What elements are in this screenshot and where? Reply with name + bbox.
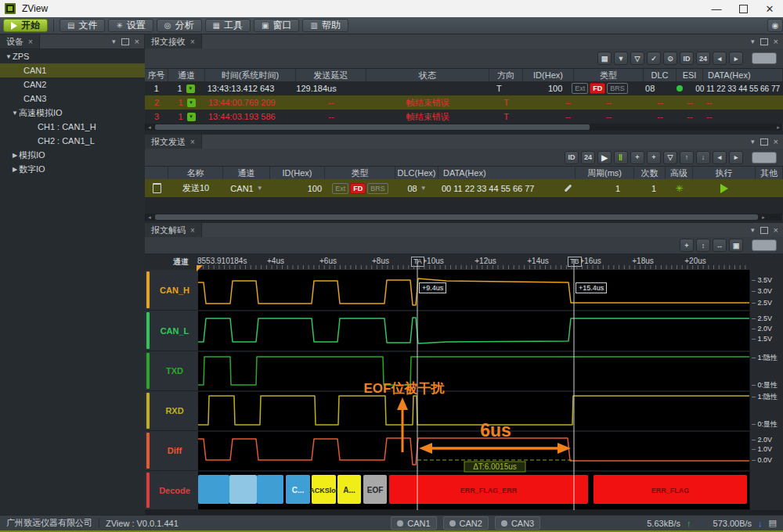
tree-item-zps[interactable]: ▼ZPS [0,49,145,63]
timestamp-icon[interactable]: 24 [696,52,710,65]
panel-float-icon[interactable] [760,38,768,45]
analysis-button[interactable]: ◎分析 [157,19,202,32]
tree-item-can2[interactable]: CAN2 [0,77,145,92]
channel-label-decode[interactable]: Decode [145,471,198,510]
wrench-icon[interactable] [565,185,572,192]
tab-decode[interactable]: 报文解码× [145,223,202,237]
col-status[interactable]: 状态 [366,69,489,81]
pane-right-icon[interactable]: ▸ [729,151,743,164]
panel-menu-icon[interactable]: ▾ [112,38,116,45]
window-button[interactable]: ▣窗口 [254,19,299,32]
panel-close-icon[interactable]: × [774,37,778,46]
export-icon[interactable]: ▣ [729,239,743,252]
can1-status-button[interactable]: CAN1 [391,516,436,530]
id-format-icon[interactable]: ID [680,52,694,65]
tab-send[interactable]: 报文发送× [145,135,202,149]
col-type[interactable]: 类型 [325,167,395,179]
tree-item-digital-io[interactable]: ▶数字IO [0,162,145,176]
add-cursor-icon[interactable]: + [680,239,694,252]
can2-status-button[interactable]: CAN2 [443,516,489,530]
brs-badge[interactable]: BRS [367,183,388,194]
scroll-left-icon[interactable]: ◂ [146,124,153,131]
scroll-right-icon[interactable]: ▸ [774,124,782,131]
tools-button[interactable]: ▦工具 [205,19,251,32]
screenshot-button[interactable]: ◉ [767,19,783,32]
col-name[interactable]: 名称 [168,167,223,179]
help-button[interactable]: ▥帮助 [302,19,348,32]
panel-float-icon[interactable] [121,38,129,45]
tab-close-icon[interactable]: × [28,38,33,46]
timestamp-icon[interactable]: 24 [581,151,595,164]
maximize-button[interactable] [730,0,756,17]
col-data[interactable]: DATA(Hex) [438,167,576,179]
scroll-thumb[interactable] [155,214,758,220]
tab-close-icon[interactable]: × [190,226,195,235]
table-row[interactable]: 1 1 ▾ 13:43:13.412 643 129.184us T 100 E… [145,81,783,95]
col-count[interactable]: 次数 [634,167,666,179]
settings-button[interactable]: ✳设置 [108,19,153,32]
col-period[interactable]: 周期(ms) [576,167,634,179]
fit-horizontal-icon[interactable]: ↔ [713,239,727,252]
scroll-lock-icon[interactable]: ✓ [647,52,661,65]
ext-badge[interactable]: Ext [332,183,348,194]
table-row[interactable]: 3 1 ▾ 13:44:03.193 586 -- 帧结束错误 T -- -- … [145,110,783,124]
panel-close-icon[interactable]: × [774,137,778,146]
send-hscrollbar[interactable]: ◂ ▸ [146,214,782,221]
start-button[interactable]: 开始 [3,19,48,32]
col-other[interactable]: 其他 [756,167,783,179]
file-button[interactable]: ▤文件 [60,19,105,32]
col-dlc[interactable]: DLC [644,69,677,81]
dlc-select[interactable]: 08▼ [395,179,438,197]
fit-vertical-icon[interactable]: ↕ [696,239,710,252]
tree-item-ch2[interactable]: CH2 : CAN1_L [0,134,145,148]
channel-label-diff[interactable]: Diff [145,431,198,471]
col-type[interactable]: 类型 [574,69,644,81]
panel-close-icon[interactable]: × [774,225,778,235]
col-time[interactable]: 时间(系统时间) [205,69,296,81]
execute-play-icon[interactable] [720,184,728,193]
tree-item-can3[interactable]: CAN3 [0,92,145,106]
col-seq[interactable]: 序号 [145,69,168,81]
save-icon[interactable]: ▤ [597,52,612,65]
scroll-left-icon[interactable]: ◂ [146,214,153,221]
cursor-tag-TA[interactable]: TA [411,257,424,267]
panel-menu-icon[interactable]: ▾ [751,226,755,234]
close-button[interactable]: ✕ [756,0,783,17]
clear-icon[interactable]: ▽ [663,151,677,164]
channel-label-txd[interactable]: TXD [145,351,198,391]
tab-device[interactable]: 设备× [0,34,40,49]
col-dlc[interactable]: DLC(Hex) [395,167,438,179]
col-adv[interactable]: 高级 [666,167,693,179]
stop-display-button[interactable] [752,239,777,251]
stop-display-button[interactable] [752,152,777,164]
pane-left-icon[interactable]: ◂ [713,52,727,65]
scroll-right-icon[interactable]: ▸ [760,214,767,221]
scroll-thumb[interactable] [155,124,590,130]
col-chan[interactable]: 通道 [168,69,205,81]
fd-badge[interactable]: FD [350,183,366,194]
cursor-tag-TB[interactable]: TB [568,257,582,267]
time-axis[interactable]: 通道 8553.910184s +4us+6us+8us+10us+12us+1… [145,254,783,270]
channel-label-can_l[interactable]: CAN_L [145,311,198,351]
panel-close-icon[interactable]: × [135,37,139,46]
tree-item-can1[interactable]: CAN1 [0,63,145,77]
channel-label-rxd[interactable]: RXD [145,391,198,431]
minimize-button[interactable]: — [703,0,730,17]
trash-icon[interactable] [153,183,161,193]
id-field[interactable]: 100 [270,179,325,197]
play-icon[interactable]: ▶ [597,151,612,164]
channel-label-can_h[interactable]: CAN_H [145,270,198,311]
clock-icon[interactable]: ⊙ [663,52,677,65]
pane-left-icon[interactable]: ◂ [713,151,727,164]
count-field[interactable]: 1 [634,179,666,197]
advanced-gear-icon[interactable]: ✳ [675,183,683,194]
data-field[interactable]: 00 11 22 33 44 55 66 77 [438,179,576,197]
tree-item-ch1[interactable]: CH1 : CAN1_H [0,120,145,134]
col-exec[interactable]: 执行 [693,167,756,179]
pane-right-icon[interactable]: ▸ [729,52,743,65]
col-chan[interactable]: 通道 [223,167,270,179]
tree-item-hs-analog-io[interactable]: ▼高速模拟IO [0,106,145,120]
move-up-icon[interactable]: ↑ [680,151,694,164]
move-down-icon[interactable]: ↓ [696,151,710,164]
tree-item-analog-io[interactable]: ▶模拟IO [0,148,145,162]
